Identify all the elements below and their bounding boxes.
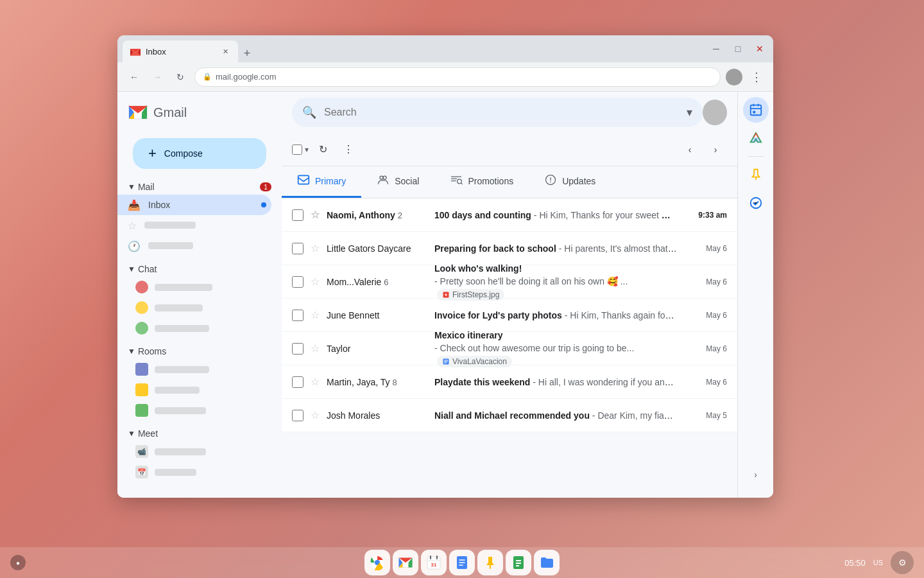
mail-collapse-icon: ▼ (128, 182, 135, 191)
email-checkbox-3[interactable] (292, 310, 304, 321)
search-dropdown-icon[interactable]: ▾ (687, 105, 692, 119)
taskbar-date: US (873, 559, 883, 566)
email-row-3[interactable]: ☆ June Bennett Invoice for Lyd's party p… (282, 299, 737, 332)
email-row-6[interactable]: ☆ Josh Morales Niall and Michael recomme… (282, 399, 737, 432)
room-name-2 (155, 387, 200, 394)
taskbar-system-menu[interactable]: ⚙ (891, 551, 914, 574)
search-bar[interactable]: 🔍 ▾ (292, 98, 703, 127)
prev-page-button[interactable]: ‹ (678, 138, 701, 161)
new-tab-button[interactable]: + (238, 44, 256, 62)
chat-section-header[interactable]: ▼ Chat (117, 261, 282, 277)
close-button[interactable]: ✕ (751, 40, 768, 57)
email-snippet-5: - Hi all, I was wondering if you and the… (533, 377, 677, 387)
taskbar-gmail[interactable] (393, 550, 418, 575)
email-checkbox-2[interactable] (292, 276, 304, 288)
tab-social[interactable]: Social (361, 166, 434, 198)
minimize-button[interactable]: ─ (708, 40, 724, 57)
tab-updates[interactable]: Updates (529, 166, 611, 198)
next-page-button[interactable]: › (704, 138, 727, 161)
email-row-4[interactable]: ☆ Taylor Mexico itinerary - Check out ho… (282, 332, 737, 365)
right-panel-expand-button[interactable]: › (743, 462, 769, 487)
email-row-0[interactable]: ☆ Naomi, Anthony 2 100 days and counting… (282, 198, 737, 232)
email-preview-4: Mexico itinerary - Check out how awesome… (434, 330, 677, 367)
attachment-name-4: VivaLaVacacion (452, 357, 507, 366)
email-star-5[interactable]: ☆ (309, 376, 321, 389)
right-panel-calendar-icon[interactable] (743, 97, 769, 123)
email-star-4[interactable]: ☆ (309, 342, 321, 355)
select-dropdown-icon[interactable]: ▾ (305, 145, 309, 154)
right-panel-keep-icon[interactable] (743, 162, 769, 188)
search-input[interactable] (324, 107, 679, 118)
email-count-0: 2 (398, 211, 402, 220)
select-all-checkbox[interactable] (292, 144, 302, 155)
tab-promotions[interactable]: Promotions (434, 166, 529, 198)
profile-button[interactable] (726, 69, 742, 85)
compose-button[interactable]: + Compose (133, 138, 266, 169)
snoozed-label (148, 240, 266, 252)
sidebar-item-snoozed[interactable]: 🕐 (117, 236, 271, 256)
maximize-button[interactable]: □ (730, 40, 746, 57)
email-subject-2: Look who's walking! (434, 263, 522, 274)
sidebar-item-starred[interactable]: ☆ (117, 215, 271, 236)
email-checkbox-4[interactable] (292, 343, 304, 355)
taskbar-keep[interactable] (477, 550, 503, 575)
search-icon: 🔍 (302, 105, 316, 119)
forward-button[interactable]: → (148, 68, 166, 86)
browser-menu-button[interactable]: ⋮ (748, 68, 766, 86)
taskbar-sheets[interactable] (506, 550, 531, 575)
email-subject-4: Mexico itinerary (434, 330, 503, 340)
room-icon-3 (135, 404, 148, 417)
more-toolbar-button[interactable]: ⋮ (337, 138, 360, 161)
back-button[interactable]: ← (125, 68, 143, 86)
email-star-2[interactable]: ☆ (309, 276, 321, 288)
gmail-logo-area: Gmail (117, 92, 282, 133)
email-star-0[interactable]: ☆ (309, 209, 321, 222)
meet-item-1[interactable]: 📹 (117, 441, 282, 462)
email-row-5[interactable]: ☆ Martin, Jaya, Ty 8 Playdate this weeke… (282, 365, 737, 399)
room-item-2[interactable] (117, 380, 282, 400)
meet-item-2[interactable]: 📅 (117, 462, 282, 482)
browser-toolbar: ← → ↻ 🔒 mail.google.com ⋮ (117, 62, 773, 92)
chat-item-1[interactable] (117, 277, 282, 297)
email-checkbox-5[interactable] (292, 376, 304, 388)
sender-name-2: Mom...Valerie (327, 277, 381, 287)
email-toolbar: ▾ ↻ ⋮ ‹ › (282, 133, 737, 166)
right-panel-drive-icon[interactable] (743, 125, 769, 151)
email-row-2[interactable]: ☆ Mom...Valerie 6 Look who's walking! - … (282, 265, 737, 299)
tab-close-button[interactable]: ✕ (220, 46, 230, 57)
chat-item-3[interactable] (117, 318, 282, 338)
chat-collapse-icon: ▼ (128, 265, 135, 274)
email-snippet-3: - Hi Kim, Thanks again for your amazing.… (565, 310, 677, 320)
taskbar-chrome[interactable] (364, 550, 390, 575)
email-checkbox-1[interactable] (292, 243, 304, 254)
primary-tab-icon (297, 173, 310, 189)
browser-tab[interactable]: Inbox ✕ (123, 40, 238, 62)
refresh-button[interactable]: ↻ (171, 68, 189, 86)
chat-avatar-2 (135, 301, 148, 314)
taskbar-calendar[interactable]: 31 (421, 550, 447, 575)
taskbar-docs[interactable] (449, 550, 475, 575)
email-checkbox-0[interactable] (292, 209, 304, 221)
email-star-1[interactable]: ☆ (309, 242, 321, 255)
right-panel-tasks-icon[interactable] (743, 190, 769, 216)
email-snippet-4: - Check out how awesome our trip is goin… (434, 343, 634, 353)
address-bar[interactable]: 🔒 mail.google.com (194, 67, 721, 87)
sidebar-item-inbox[interactable]: 📥 Inbox (117, 195, 271, 215)
mail-section-header[interactable]: ▼ Mail 1 (117, 179, 282, 195)
email-time-3: May 6 (682, 311, 727, 320)
tab-primary[interactable]: Primary (282, 166, 361, 198)
email-star-6[interactable]: ☆ (309, 409, 321, 422)
email-checkbox-6[interactable] (292, 410, 304, 421)
refresh-toolbar-button[interactable]: ↻ (311, 138, 334, 161)
room-item-1[interactable] (117, 359, 282, 380)
meet-section-header[interactable]: ▼ Meet (117, 426, 282, 441)
email-count-2: 6 (384, 277, 388, 287)
snoozed-icon: 🕐 (128, 240, 141, 252)
taskbar-files[interactable] (534, 550, 560, 575)
email-row-1[interactable]: ☆ Little Gators Daycare Preparing for ba… (282, 232, 737, 265)
rooms-section-header[interactable]: ▼ Rooms (117, 344, 282, 359)
account-avatar[interactable] (703, 100, 727, 125)
chat-item-2[interactable] (117, 297, 282, 318)
email-star-3[interactable]: ☆ (309, 309, 321, 322)
room-item-3[interactable] (117, 400, 282, 421)
